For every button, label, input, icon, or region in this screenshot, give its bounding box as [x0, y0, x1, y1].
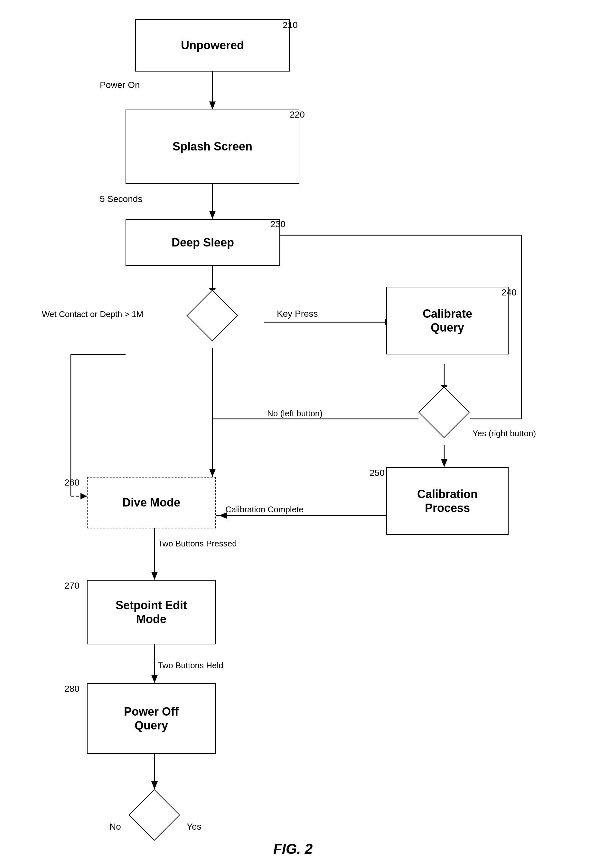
flowchart-diagram: Unpowered 210 Power On Splash Screen 220… — [0, 0, 600, 868]
node-splash-screen: Splash Screen — [126, 109, 299, 184]
svg-marker-18 — [209, 469, 216, 477]
svg-marker-15 — [441, 459, 447, 467]
node-unpowered-label: Unpowered — [181, 38, 244, 52]
node-setpoint-number: 270 — [64, 581, 79, 591]
node-dive-mode: Dive Mode — [87, 477, 216, 528]
power-on-label: Power On — [100, 80, 140, 90]
node-setpoint-edit: Setpoint EditMode — [87, 580, 216, 645]
node-power-off-number: 280 — [64, 684, 79, 694]
node-splash-label: Splash Screen — [173, 140, 252, 154]
no-label: No — [109, 822, 121, 832]
no-left-label: No (left button) — [267, 409, 323, 418]
node-deep-sleep-number: 230 — [270, 219, 285, 230]
node-unpowered-number: 210 — [283, 20, 298, 30]
node-deep-sleep-label: Deep Sleep — [171, 236, 234, 249]
diamond-inner-main — [187, 290, 238, 342]
yes-label: Yes — [187, 822, 202, 832]
svg-marker-29 — [151, 781, 158, 789]
node-splash-number: 220 — [290, 109, 305, 120]
node-calib-process-number: 250 — [370, 468, 385, 478]
node-power-off-label: Power OffQuery — [124, 705, 179, 732]
two-btn-held-label: Two Buttons Held — [158, 661, 223, 670]
node-power-off-query: Power OffQuery — [87, 683, 216, 754]
diamond-inner-calib — [418, 387, 470, 438]
svg-marker-3 — [209, 211, 216, 219]
svg-marker-1 — [209, 102, 216, 109]
decision-diamond-calib — [418, 387, 470, 438]
figure-label: FIG. 2 — [245, 841, 341, 857]
two-btn-pressed-label: Two Buttons Pressed — [158, 539, 237, 549]
diamond-inner-power — [129, 789, 180, 841]
node-calibrate-query: CalibrateQuery — [386, 287, 509, 354]
node-calib-process-label: CalibrationProcess — [417, 487, 478, 515]
five-seconds-label: 5 Seconds — [100, 194, 142, 204]
node-calibrate-number: 240 — [502, 287, 517, 298]
yes-right-label: Yes (right button) — [473, 429, 536, 438]
node-deep-sleep: Deep Sleep — [126, 219, 280, 266]
key-press-label: Key Press — [277, 309, 318, 319]
decision-diamond-power — [129, 789, 180, 841]
node-dive-mode-label: Dive Mode — [122, 496, 180, 509]
node-calibrate-label: CalibrateQuery — [423, 307, 472, 334]
svg-marker-25 — [151, 572, 158, 580]
node-setpoint-label: Setpoint EditMode — [115, 598, 187, 626]
node-unpowered: Unpowered — [135, 19, 290, 71]
calib-complete-label: Calibration Complete — [225, 505, 303, 515]
decision-diamond-main — [187, 290, 238, 342]
node-dive-mode-number: 260 — [64, 477, 79, 488]
node-calibration-process: CalibrationProcess — [386, 467, 509, 535]
svg-marker-27 — [151, 675, 158, 683]
svg-marker-9 — [209, 469, 216, 477]
svg-marker-31 — [80, 493, 87, 499]
wet-contact-label: Wet Contact or Depth > 1M — [42, 309, 143, 319]
